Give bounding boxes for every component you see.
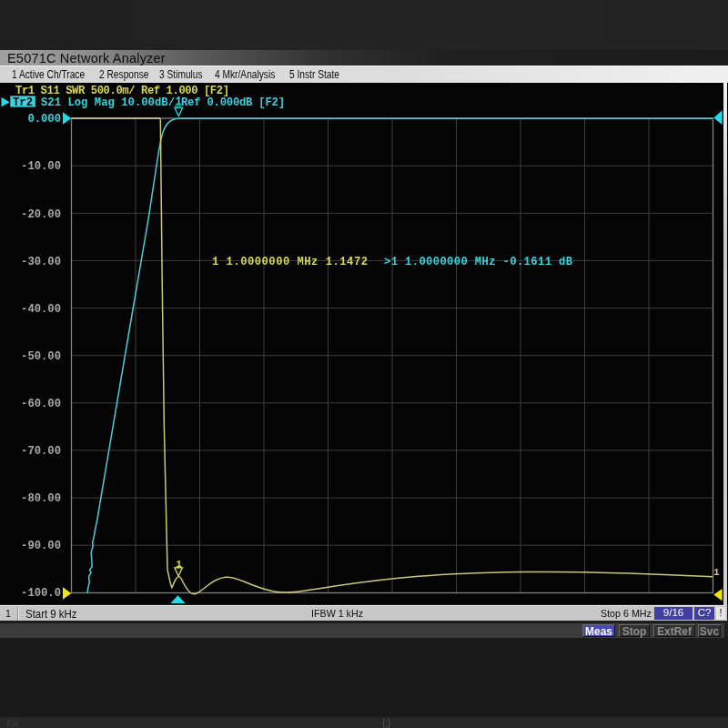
- svg-text:1 1.0000000 MHz 1.1472: 1 1.0000000 MHz 1.1472: [212, 256, 368, 268]
- svg-text:-10.00: -10.00: [21, 160, 61, 173]
- svg-text:-70.00: -70.00: [21, 445, 61, 458]
- svg-text:-30.00: -30.00: [21, 256, 61, 268]
- svg-text:Tr2: Tr2: [13, 96, 33, 109]
- svg-text:-90.00: -90.00: [21, 540, 61, 552]
- svg-text:-60.00: -60.00: [21, 398, 61, 410]
- svg-text:-20.00: -20.00: [21, 208, 61, 221]
- svg-text:>1 1.0000000 MHz -0.1611 dB: >1 1.0000000 MHz -0.1611 dB: [384, 256, 573, 268]
- svg-text:1: 1: [713, 567, 720, 578]
- svg-text:0.000: 0.000: [27, 113, 61, 126]
- svg-text:Ref 0.000dB [F2]: Ref 0.000dB [F2]: [181, 96, 285, 109]
- svg-text:S21 Log Mag 10.00dB/: S21 Log Mag 10.00dB/: [41, 96, 175, 109]
- svg-text:-80.00: -80.00: [21, 492, 61, 505]
- svg-text:-40.00: -40.00: [21, 303, 61, 316]
- svg-text:-100.0: -100.0: [21, 587, 61, 600]
- svg-text:-50.00: -50.00: [21, 350, 61, 363]
